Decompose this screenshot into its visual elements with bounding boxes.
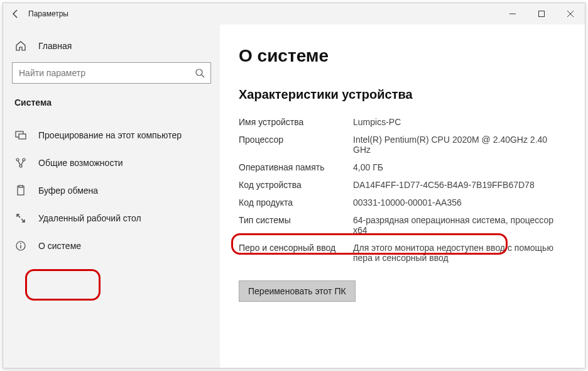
svg-point-9	[23, 158, 25, 161]
sidebar: Главная Система Проецирование на этот ко…	[3, 25, 220, 368]
spec-value: Intel(R) Pentium(R) CPU 2020M @ 2.40GHz …	[353, 135, 566, 155]
sidebar-item-label: Удаленный рабочий стол	[38, 213, 141, 223]
titlebar: Параметры	[3, 3, 585, 25]
search-container	[12, 62, 211, 84]
svg-rect-7	[19, 134, 26, 139]
spec-row-device-id: Код устройства DA14F4FF-1D77-4C56-B4A9-7…	[239, 176, 566, 194]
svg-point-4	[196, 69, 202, 75]
spec-value: Для этого монитора недоступен ввод с пом…	[353, 243, 566, 263]
spec-value: 64-разрядная операционная система, проце…	[353, 215, 566, 235]
sidebar-item-shared[interactable]: Общие возможности	[3, 149, 220, 177]
spec-label: Имя устройства	[239, 117, 353, 127]
spec-row-ram: Оперативная память 4,00 ГБ	[239, 158, 566, 176]
projecting-icon	[14, 130, 27, 141]
svg-line-15	[17, 214, 20, 218]
svg-point-18	[20, 243, 21, 245]
sidebar-item-label: Проецирование на этот компьютер	[38, 130, 182, 140]
spec-label: Оперативная память	[239, 162, 353, 172]
spec-value: 4,00 ГБ	[353, 162, 566, 172]
rename-pc-button[interactable]: Переименовать этот ПК	[239, 280, 356, 302]
spec-label: Перо и сенсорный ввод	[239, 243, 353, 263]
spec-list: Имя устройства Lumpics-PC Процессор Inte…	[239, 113, 566, 267]
body: Главная Система Проецирование на этот ко…	[3, 25, 585, 368]
spec-label: Код устройства	[239, 180, 353, 190]
minimize-button[interactable]	[498, 3, 527, 25]
clipboard-icon	[14, 185, 27, 196]
spec-value: DA14F4FF-1D77-4C56-B4A9-7B19FFB67D78	[353, 180, 566, 190]
spec-row-processor: Процессор Intel(R) Pentium(R) CPU 2020M …	[239, 131, 566, 158]
search-input[interactable]	[12, 62, 211, 84]
spec-row-product-id: Код продукта 00331-10000-00001-AA356	[239, 194, 566, 211]
svg-point-8	[16, 158, 19, 161]
svg-rect-14	[19, 186, 23, 187]
home-icon	[14, 40, 27, 52]
nav-list: Проецирование на этот компьютер Общие во…	[3, 121, 220, 260]
sidebar-item-label: Буфер обмена	[38, 186, 98, 196]
sidebar-item-projecting[interactable]: Проецирование на этот компьютер	[3, 121, 220, 149]
sidebar-item-about[interactable]: О системе	[3, 232, 220, 260]
close-button[interactable]	[556, 3, 585, 25]
spec-label: Тип системы	[239, 215, 353, 235]
info-icon	[14, 240, 27, 252]
window-title: Параметры	[28, 9, 68, 18]
window-controls	[498, 3, 585, 25]
sidebar-item-remote[interactable]: Удаленный рабочий стол	[3, 204, 220, 232]
category-heading: Система	[3, 84, 220, 113]
main-content: О системе Характеристики устройства Имя …	[220, 25, 585, 368]
sidebar-item-clipboard[interactable]: Буфер обмена	[3, 177, 220, 204]
svg-line-11	[18, 161, 20, 165]
home-link[interactable]: Главная	[3, 33, 220, 58]
svg-line-12	[21, 161, 23, 165]
section-title: Характеристики устройства	[239, 87, 566, 102]
page-title: О системе	[239, 46, 566, 66]
spec-value: Lumpics-PC	[353, 117, 566, 127]
spec-label: Код продукта	[239, 197, 353, 208]
spec-row-pen-touch: Перо и сенсорный ввод Для этого монитора…	[239, 239, 566, 267]
svg-line-16	[21, 219, 24, 222]
remote-icon	[14, 213, 27, 224]
settings-window: Параметры Главная	[3, 3, 585, 368]
svg-line-5	[202, 75, 204, 77]
svg-point-10	[19, 165, 22, 167]
spec-value: 00331-10000-00001-AA356	[353, 197, 566, 208]
svg-rect-1	[539, 11, 545, 17]
sidebar-item-label: Общие возможности	[38, 158, 123, 168]
search-icon	[195, 68, 205, 78]
back-button[interactable]	[11, 9, 28, 19]
spec-row-system-type: Тип системы 64-разрядная операционная си…	[239, 211, 566, 239]
spec-row-device-name: Имя устройства Lumpics-PC	[239, 113, 566, 131]
sidebar-item-label: О системе	[38, 241, 81, 251]
shared-icon	[14, 157, 27, 169]
maximize-button[interactable]	[527, 3, 556, 25]
home-label: Главная	[38, 41, 72, 51]
spec-label: Процессор	[239, 135, 353, 155]
